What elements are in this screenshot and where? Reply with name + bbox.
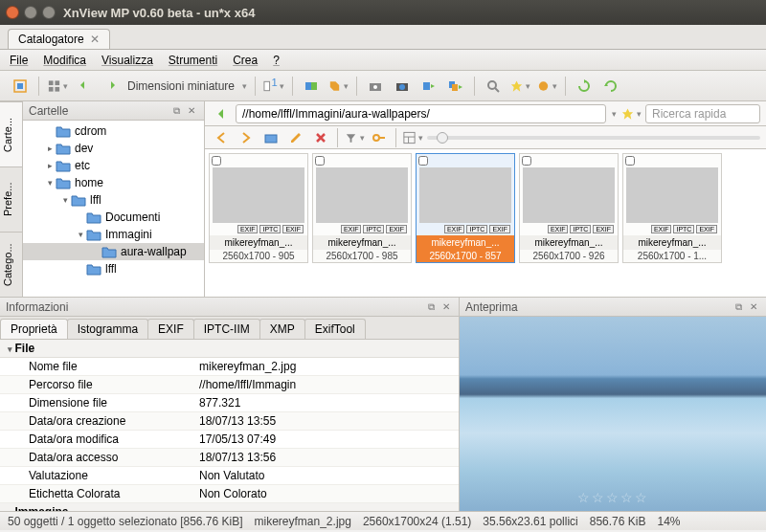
thumbnail-item[interactable]: EXIFIPTCEXIFmikereyfman_...2560x1700 - 9…	[312, 153, 412, 263]
tag-button[interactable]: ▾	[327, 76, 349, 97]
thumb-checkbox[interactable]	[418, 156, 428, 166]
thumb-checkbox[interactable]	[625, 156, 635, 166]
svg-rect-16	[452, 84, 458, 91]
property-list[interactable]: FileNome filemikereyfman_2.jpgPercorso f…	[0, 340, 459, 511]
thumb-checkbox[interactable]	[522, 156, 531, 166]
sidetab-categorie[interactable]: Catego...	[0, 232, 22, 297]
menu-file[interactable]: File	[10, 54, 28, 67]
filter-button[interactable]: ▾	[344, 127, 365, 148]
refresh-button[interactable]	[574, 76, 595, 97]
thumbnail-item[interactable]: EXIFIPTCEXIFmikereyfman_...2560x1700 - 9…	[209, 153, 308, 263]
prop-group[interactable]: File	[0, 340, 459, 358]
main-toolbar: ▾ Dimensioni miniature▾ 1→5▾ ▾ ▾ ▾	[0, 71, 766, 101]
info-tab[interactable]: IPTC-IIM	[193, 319, 260, 339]
info-undock-icon[interactable]: ⧉	[424, 300, 438, 314]
prop-group[interactable]: Immagine	[0, 503, 459, 511]
search-button[interactable]	[483, 76, 504, 97]
sidetab-preferiti[interactable]: Prefe...	[0, 166, 22, 232]
new-folder-button[interactable]	[260, 127, 282, 148]
compare-button[interactable]	[301, 76, 322, 97]
rating-stars[interactable]: ☆☆☆☆☆	[577, 490, 649, 505]
info-tab[interactable]: XMP	[259, 319, 305, 339]
svg-rect-4	[49, 86, 54, 91]
nav-back-button[interactable]	[211, 103, 232, 124]
undock-icon[interactable]: ⧉	[169, 104, 183, 118]
key-button[interactable]	[369, 127, 390, 148]
thumb-dimensions: 2560x1700 - 985	[313, 250, 411, 262]
thumbnail-item[interactable]: EXIFIPTCEXIFmikereyfman_...2560x1700 - 8…	[416, 153, 515, 263]
thumbnail-item[interactable]: EXIFIPTCEXIFmikereyfman_...2560x1700 - 1…	[622, 153, 722, 263]
thumb-image	[213, 167, 304, 223]
layout-button[interactable]: ▾	[402, 127, 423, 148]
menu-crea[interactable]: Crea	[233, 54, 258, 67]
tree-node[interactable]: cdrom	[23, 122, 204, 140]
tree-node[interactable]: ▾home	[23, 174, 204, 191]
favorite-button[interactable]: ▾	[620, 103, 642, 124]
go-forward-button[interactable]	[236, 127, 257, 148]
preview-image[interactable]: ☆☆☆☆☆	[460, 317, 766, 511]
info-close-icon[interactable]: ✕	[439, 300, 453, 314]
tree-node[interactable]: aura-wallpap	[23, 243, 204, 260]
batch-convert-button[interactable]	[445, 76, 466, 97]
tab-close-icon[interactable]: ✕	[90, 33, 100, 46]
tab-catalogatore[interactable]: Catalogatore ✕	[8, 29, 110, 49]
window-minimize-button[interactable]	[24, 6, 37, 19]
tree-node[interactable]: ▸etc	[23, 157, 204, 174]
fullscreen-button[interactable]	[10, 76, 31, 97]
tree-node[interactable]: Documenti	[23, 209, 204, 226]
thumb-image	[419, 167, 511, 223]
menu-help[interactable]: ?	[273, 54, 280, 67]
prop-key: Nome file	[0, 358, 192, 375]
menu-strumenti[interactable]: Strumenti	[169, 54, 217, 67]
delete-button[interactable]	[310, 127, 331, 148]
preview-undock-icon[interactable]: ⧉	[732, 300, 745, 314]
convert-button[interactable]	[418, 76, 439, 97]
menu-modifica[interactable]: Modifica	[43, 54, 86, 67]
close-pane-icon[interactable]: ✕	[185, 104, 198, 118]
thumbsize-label[interactable]: Dimensioni miniature	[127, 79, 235, 93]
sort-button[interactable]: 1→5▾	[263, 76, 284, 97]
tree-node[interactable]: ▸dev	[23, 140, 204, 157]
thumbnail-item[interactable]: EXIFIPTCEXIFmikereyfman_...2560x1700 - 9…	[519, 153, 619, 263]
window-maximize-button[interactable]	[42, 6, 56, 19]
info-tab[interactable]: ExifTool	[304, 319, 366, 339]
prop-value: 17/05/13 07:49	[192, 431, 459, 448]
acquire-button[interactable]	[365, 76, 386, 97]
tree-node[interactable]: lffl	[23, 260, 204, 277]
capture-button[interactable]	[392, 76, 413, 97]
window-titlebar: XnView MP v0.60 beta - un*x x64	[0, 0, 766, 25]
thumb-checkbox[interactable]	[212, 156, 221, 166]
rename-button[interactable]	[285, 127, 306, 148]
rating-filter-button[interactable]: ▾	[509, 76, 530, 97]
reload-button[interactable]	[600, 76, 621, 97]
path-dropdown-icon[interactable]: ▾	[612, 109, 617, 119]
info-tab[interactable]: EXIF	[147, 319, 194, 339]
preview-close-icon[interactable]: ✕	[747, 300, 760, 314]
sidetab-cartelle[interactable]: Carte...	[0, 101, 22, 166]
thumb-image	[316, 167, 408, 223]
info-tab[interactable]: Istogramma	[67, 319, 148, 339]
window-close-button[interactable]	[6, 6, 19, 19]
prop-row: Percorso file//home/lffl/Immagin	[0, 376, 459, 394]
zoom-slider[interactable]	[427, 136, 760, 140]
info-tab[interactable]: Proprietà	[0, 319, 68, 339]
menu-visualizza[interactable]: Visualizza	[101, 54, 153, 67]
thumbnail-view[interactable]: EXIFIPTCEXIFmikereyfman_...2560x1700 - 9…	[205, 149, 766, 297]
rotate-right-button[interactable]	[101, 76, 122, 97]
go-back-button[interactable]	[211, 127, 232, 148]
viewmode-button[interactable]: ▾	[47, 76, 68, 97]
rotate-left-button[interactable]	[74, 76, 95, 97]
path-input[interactable]: //home/lffl/Immagini/aura-wallpapers/	[236, 104, 606, 123]
prop-key: Etichetta Colorata	[0, 485, 192, 502]
color-filter-button[interactable]: ▾	[536, 76, 557, 97]
info-title: Informazioni	[6, 300, 68, 314]
tab-label: Catalogatore	[18, 33, 84, 46]
tree-node[interactable]: ▾lffl	[23, 191, 204, 209]
folder-tree[interactable]: cdrom▸dev▸etc▾home▾lfflDocumenti▾Immagin…	[23, 121, 204, 297]
thumb-checkbox[interactable]	[315, 156, 325, 166]
tree-node[interactable]: ▾Immagini	[23, 226, 204, 243]
prop-key: Data/ora modifica	[0, 431, 192, 448]
status-inches: 35.56x23.61 pollici	[483, 515, 577, 528]
svg-rect-6	[264, 81, 270, 90]
search-input[interactable]: Ricerca rapida	[645, 104, 760, 123]
